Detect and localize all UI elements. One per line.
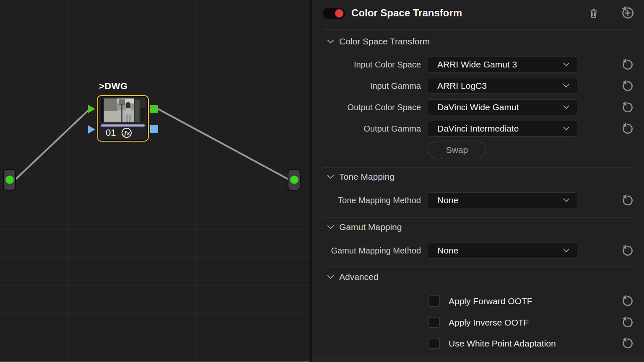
reset-add-icon [620,5,636,21]
reset-tone-mapping-method-button[interactable] [621,194,634,207]
node-number: 01 [106,127,116,138]
gamut-mapping-method-dropdown[interactable]: None [428,243,577,259]
rgb-input-port-icon[interactable] [88,105,95,113]
tone-mapping-method-dropdown[interactable]: None [428,192,577,208]
reset-use-white-point-adaptation-button[interactable] [621,336,634,350]
checkbox-label: Apply Inverse OOTF [449,317,529,328]
row-label: Output Color Space [314,99,421,115]
thumbnail-scene [101,98,145,122]
corrector-node-01[interactable]: 01 ƒx [97,95,149,142]
dropdown-value: ARRI LogC3 [437,81,487,91]
node-thumbnail [101,98,145,122]
section-divider [323,217,634,218]
connection-wire [157,109,289,180]
reset-output-gamma-button[interactable] [621,122,634,136]
chevron-down-icon [327,175,334,179]
section-title: Gamut Mapping [339,222,402,232]
chevron-down-icon [563,62,569,67]
panel-bottom-strip [312,357,644,362]
chevron-down-icon [563,248,569,253]
section-title: Advanced [339,272,378,282]
power-toggle-icon [335,9,343,18]
key-input-port-icon[interactable] [88,125,95,134]
reset-icon [621,244,634,258]
chevron-down-icon [327,39,334,44]
checkbox-label: Use White Point Adaptation [449,338,556,349]
output-port-icon[interactable] [290,176,299,184]
reset-icon [621,79,634,93]
row-label: Input Gamma [314,78,421,94]
section-title: Tone Mapping [339,172,395,182]
apply-forward-ootf-checkbox[interactable] [428,295,440,307]
section-header-gamut-mapping[interactable]: Gamut Mapping [327,222,402,233]
reset-input-gamma-button[interactable] [621,79,634,93]
header-divider [613,5,613,21]
chevron-down-icon [563,127,569,131]
row-label: Gamut Mapping Method [314,243,421,259]
section-divider [323,266,634,267]
connection-wire [15,109,90,180]
reset-icon [621,122,634,136]
chevron-down-icon [563,198,569,202]
section-divider [323,29,634,30]
swap-button[interactable]: Swap [428,142,486,158]
reset-icon [621,294,634,308]
delete-plugin-button[interactable] [588,7,600,20]
section-header-advanced[interactable]: Advanced [327,272,378,282]
dropdown-value: None [437,246,458,256]
output-node[interactable] [288,169,301,191]
reset-icon [621,101,634,114]
reset-output-color-space-button[interactable] [621,101,634,114]
panel-title: Color Space Transform [351,7,462,19]
reset-all-button[interactable] [620,5,636,21]
row-label: Tone Mapping Method [314,192,421,208]
trash-icon [588,7,600,20]
checkbox-label: Apply Forward OOTF [449,295,532,307]
color-space-transform-panel: Color Space Transform Color Space Transf… [310,0,644,362]
apply-inverse-ootf-checkbox[interactable] [428,317,440,328]
section-title: Color Space Transform [339,36,430,47]
fx-icon: ƒx [122,128,132,138]
section-header-color-space-transform[interactable]: Color Space Transform [327,36,430,47]
dropdown-value: DaVinci Wide Gamut [437,102,519,112]
source-port-icon[interactable] [5,176,14,184]
output-gamma-dropdown[interactable]: DaVinci Intermediate [428,121,577,137]
reset-icon [621,194,634,207]
node-graph-canvas[interactable]: >DWG 01 ƒx [0,0,310,362]
rgb-output-port-icon[interactable] [150,105,158,113]
chevron-down-icon [563,84,569,88]
input-color-space-dropdown[interactable]: ARRI Wide Gamut 3 [428,57,577,72]
reset-gamut-mapping-method-button[interactable] [621,244,634,258]
reset-apply-forward-ootf-button[interactable] [621,294,634,308]
chevron-down-icon [563,105,569,109]
section-header-tone-mapping[interactable]: Tone Mapping [327,171,395,182]
use-white-point-adaptation-checkbox[interactable] [428,338,440,349]
node-connections [0,0,310,362]
plugin-power-toggle[interactable] [323,8,345,19]
row-label: Output Gamma [314,121,421,137]
section-divider [323,167,634,168]
key-output-port-icon[interactable] [150,125,158,133]
dropdown-value: None [437,195,458,205]
output-color-space-dropdown[interactable]: DaVinci Wide Gamut [428,99,577,115]
source-node[interactable] [3,169,16,191]
reset-icon [621,58,634,72]
reset-apply-inverse-ootf-button[interactable] [621,315,634,329]
row-label: Input Color Space [314,57,421,72]
dropdown-value: DaVinci Intermediate [437,124,519,134]
dropdown-value: ARRI Wide Gamut 3 [437,59,517,70]
reset-icon [621,315,634,329]
input-gamma-dropdown[interactable]: ARRI LogC3 [428,78,577,94]
reset-input-color-space-button[interactable] [621,58,634,72]
reset-icon [621,336,634,350]
chevron-down-icon [327,275,334,279]
chevron-down-icon [327,225,334,230]
node-label: >DWG [99,81,128,92]
